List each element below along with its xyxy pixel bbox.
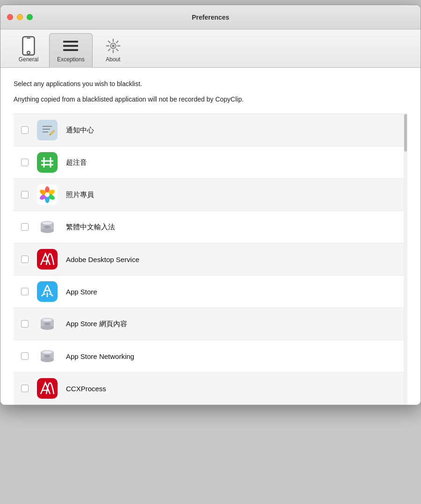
tab-about-label: About — [106, 56, 120, 63]
main-content: Select any applications you wish to blac… — [0, 68, 421, 405]
about-tab-icon — [105, 37, 122, 54]
minimize-button[interactable] — [17, 14, 23, 20]
app-name-8: App Store Networking — [66, 352, 407, 360]
app-checkbox-2[interactable] — [21, 159, 29, 166]
app-name-9: CCXProcess — [66, 385, 407, 393]
app-icon-appstore — [36, 280, 58, 303]
exceptions-tab-icon — [62, 37, 79, 54]
app-name-7: App Store 網頁內容 — [66, 320, 407, 329]
app-name-6: App Store — [66, 288, 407, 296]
app-name-2: 超注音 — [66, 158, 407, 167]
svg-point-4 — [112, 44, 115, 47]
window-title: Preferences — [192, 14, 229, 21]
svg-point-44 — [44, 322, 51, 325]
scrollbar-track[interactable] — [404, 114, 407, 405]
svg-rect-19 — [38, 153, 56, 171]
app-checkbox-3[interactable] — [21, 191, 29, 198]
svg-point-47 — [41, 358, 54, 362]
app-checkbox-9[interactable] — [21, 385, 29, 392]
svg-line-10 — [116, 49, 118, 51]
general-tab-icon — [20, 37, 37, 54]
svg-line-9 — [108, 41, 109, 43]
tab-exceptions-label: Exceptions — [57, 56, 85, 63]
svg-point-49 — [44, 355, 51, 358]
app-icon-adobe — [36, 248, 58, 270]
preferences-window: Preferences General Exceptions — [0, 5, 421, 405]
svg-point-34 — [41, 228, 54, 233]
list-item: 通知中心 — [14, 114, 407, 146]
app-icon-photos — [36, 183, 58, 206]
app-icon-plugin-3 — [36, 345, 58, 367]
app-checkbox-8[interactable] — [21, 352, 29, 360]
app-icon-plugin — [36, 216, 58, 238]
close-button[interactable] — [7, 14, 13, 20]
app-icon-adobe-2 — [36, 377, 58, 400]
list-item: 照片專員 — [14, 179, 407, 211]
app-icon-notice — [36, 119, 58, 141]
svg-point-48 — [43, 351, 52, 354]
app-checkbox-4[interactable] — [21, 223, 29, 231]
list-item: CCXProcess — [14, 373, 407, 405]
app-name-1: 通知中心 — [66, 126, 407, 135]
app-name-3: 照片專員 — [66, 190, 407, 199]
list-item: Adobe Desktop Service — [14, 243, 407, 276]
app-checkbox-6[interactable] — [21, 288, 29, 295]
maximize-button[interactable] — [27, 14, 33, 20]
app-checkbox-5[interactable] — [21, 256, 29, 263]
list-item: App Store Networking — [14, 340, 407, 373]
hamburger-line-1 — [63, 41, 78, 43]
app-icon-plugin-2 — [36, 313, 58, 335]
tab-general-label: General — [19, 56, 39, 63]
svg-line-12 — [108, 49, 109, 51]
svg-point-35 — [43, 222, 52, 225]
traffic-lights — [7, 14, 33, 20]
svg-rect-38 — [37, 281, 58, 302]
svg-line-11 — [116, 41, 118, 43]
app-checkbox-1[interactable] — [21, 126, 29, 134]
svg-rect-1 — [27, 38, 30, 39]
svg-point-43 — [43, 319, 52, 321]
hamburger-line-3 — [63, 49, 78, 51]
list-item: App Store 網頁內容 — [14, 308, 407, 340]
list-item: App Store — [14, 276, 407, 308]
svg-point-31 — [45, 192, 50, 197]
app-name-4: 繁體中文輸入法 — [66, 223, 407, 232]
scrollbar-thumb[interactable] — [404, 114, 407, 152]
list-item: 繁體中文輸入法 — [14, 211, 407, 243]
tab-about[interactable]: About — [94, 34, 132, 67]
svg-point-42 — [41, 325, 54, 330]
svg-rect-0 — [23, 37, 35, 55]
list-item: 超注音 — [14, 146, 407, 179]
description-2: Anything copied from a blacklisted appli… — [14, 95, 407, 104]
app-icon-chao — [36, 151, 58, 174]
svg-point-36 — [44, 226, 51, 228]
app-list: 通知中心 — [14, 114, 407, 405]
tab-exceptions[interactable]: Exceptions — [49, 33, 93, 68]
app-name-5: Adobe Desktop Service — [66, 256, 407, 263]
title-bar: Preferences — [0, 5, 421, 29]
app-checkbox-7[interactable] — [21, 320, 29, 328]
toolbar: General Exceptions — [0, 29, 421, 68]
description-1: Select any applications you wish to blac… — [14, 79, 407, 89]
tab-general[interactable]: General — [10, 34, 47, 67]
hamburger-line-2 — [63, 45, 78, 47]
svg-rect-13 — [37, 120, 58, 140]
chao-icon — [37, 152, 58, 173]
